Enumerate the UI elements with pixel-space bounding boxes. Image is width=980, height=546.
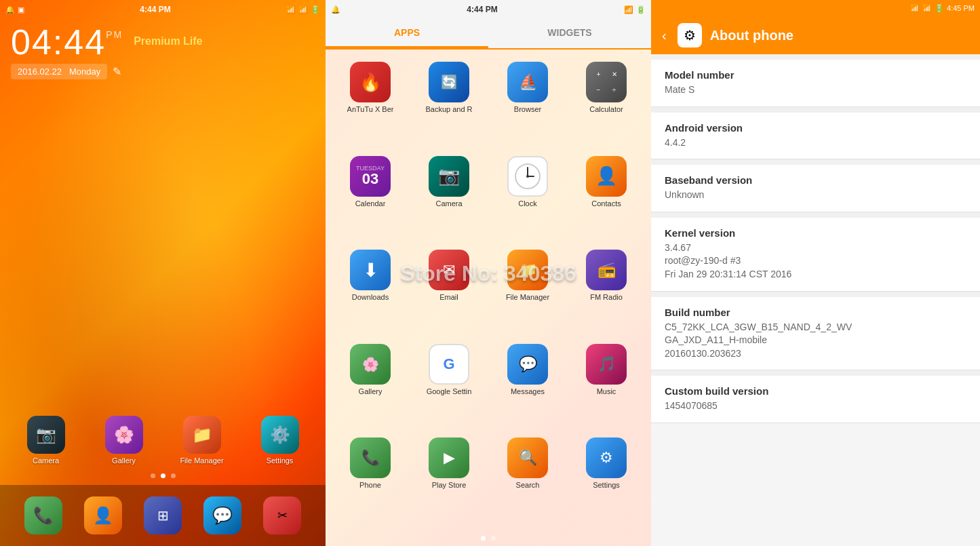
notification-icon-2: 🔔 [331, 5, 340, 14]
kernel-title: Kernel version [665, 227, 966, 239]
build-value: C5_72KK_LCA_3GW_B15_NAND_4_2_WV GA_JXD_A… [665, 321, 966, 361]
wifi-icon-1: 📶 [286, 5, 296, 14]
camera-icon: 📷 [27, 416, 65, 454]
email-label: Email [439, 293, 458, 301]
calculator-label: Calculator [589, 105, 623, 113]
drawer-app-google[interactable]: G Google Settin [412, 340, 486, 429]
drawer-dots [326, 530, 651, 546]
clock-widget: 04:44PM Premium Life 2016.02.22 Monday ✎ [0, 19, 326, 85]
drawer-app-messages[interactable]: 💬 Messages [491, 340, 564, 429]
home-app-camera[interactable]: 📷 Camera [11, 416, 81, 465]
divider-3 [651, 212, 980, 218]
notification-icon-1: 🔔 [5, 5, 15, 14]
home-app-gallery[interactable]: 🌸 Gallery [89, 416, 159, 465]
music-label: Music [597, 387, 616, 395]
messages-icon: 💬 [507, 344, 548, 385]
drawer-app-search[interactable]: 🔍 Search [491, 433, 564, 522]
filemanager-label: File Manager [180, 456, 223, 465]
camera-label: Camera [33, 456, 59, 465]
files-label: File Manager [506, 293, 549, 301]
contacts-label: Contacts [591, 199, 621, 208]
battery-icon-3: 🔋 [935, 4, 944, 13]
drawer-app-playstore[interactable]: ▶ Play Store [412, 433, 486, 522]
drawer-app-camera[interactable]: 📷 Camera [412, 152, 486, 241]
calendar-icon: TUESDAY 03 [350, 156, 391, 197]
playstore-icon: ▶ [429, 437, 469, 478]
model-title: Model number [665, 69, 966, 81]
custom-build-title: Custom build version [665, 385, 966, 397]
page-dots-1 [0, 473, 326, 478]
dock-contacts[interactable]: 👤 [84, 496, 122, 534]
email-icon: ✉ [429, 250, 469, 290]
drawer-dot-2 [491, 536, 496, 541]
wifi-icon-2: 📶 [624, 5, 633, 14]
android-title: Android version [665, 122, 966, 134]
gallery-drawer-icon: 🌸 [350, 344, 391, 385]
search-label: Search [516, 481, 540, 489]
home-app-grid: 📷 Camera 🌸 Gallery 📁 File Manager ⚙️ Set… [11, 416, 315, 465]
downloads-icon: ⬇ [350, 250, 391, 290]
phone-label: Phone [359, 481, 381, 489]
signal-icon-3: 📶 [922, 4, 932, 13]
svg-point-3 [526, 175, 529, 178]
wifi-icon-3: 📶 [910, 4, 920, 13]
drawer-app-fm[interactable]: 📻 FM Radio [570, 246, 643, 334]
about-phone-screen: 📶 📶 🔋 4:45 PM ‹ ⚙ About phone Model numb… [651, 0, 980, 546]
drawer-app-calculator[interactable]: +✕ −÷ Calculator [570, 58, 643, 147]
date-bar: 2016.02.22 Monday ✎ [11, 64, 315, 79]
antutu-icon: 🔥 [350, 62, 391, 102]
signal-icon-1: 📶 [298, 5, 308, 14]
divider-top [651, 54, 980, 60]
drawer-app-email[interactable]: ✉ Email [412, 246, 486, 334]
camera-drawer-icon: 📷 [429, 156, 469, 197]
app-drawer: 🔔 4:44 PM 📶 🔋 APPS WIDGETS Store No: 340… [326, 0, 651, 546]
tab-apps[interactable]: APPS [326, 19, 488, 48]
status-bar-3: 📶 📶 🔋 4:45 PM [651, 0, 980, 16]
drawer-app-browser[interactable]: ⛵ Browser [491, 58, 564, 147]
status-bar-1: 🔔 ▣ 4:44 PM 📶 📶 🔋 [0, 0, 326, 19]
dock-phone[interactable]: 📞 [24, 496, 62, 534]
fm-label: FM Radio [590, 293, 623, 301]
drawer-app-phone[interactable]: 📞 Phone [334, 433, 407, 522]
backup-icon: 🔄 [429, 62, 469, 102]
drawer-app-calendar[interactable]: TUESDAY 03 Calendar [334, 152, 407, 241]
drawer-app-antutu[interactable]: 🔥 AnTuTu X Ber [334, 58, 407, 147]
drawer-app-backup[interactable]: 🔄 Backup and R [412, 58, 486, 147]
status-time-2: 4:44 PM [467, 5, 497, 14]
about-header-title: About phone [710, 28, 793, 43]
tab-widgets[interactable]: WIDGETS [488, 19, 651, 48]
back-button[interactable]: ‹ [662, 28, 667, 43]
drawer-tabs: APPS WIDGETS [326, 19, 651, 50]
dock-browser[interactable]: ✂ [263, 496, 301, 534]
battery-icon-2: 🔋 [636, 5, 646, 14]
calculator-icon: +✕ −÷ [586, 62, 627, 102]
home-app-filemanager[interactable]: 📁 File Manager [167, 416, 237, 465]
dock-apps[interactable]: ⊞ [144, 496, 182, 534]
drawer-app-downloads[interactable]: ⬇ Downloads [334, 246, 407, 334]
drawer-app-contacts[interactable]: 👤 Contacts [570, 152, 643, 241]
model-value: Mate S [665, 83, 966, 97]
dot-2 [161, 473, 165, 478]
drawer-app-files[interactable]: 📁 File Manager [491, 246, 564, 334]
drawer-app-music[interactable]: 🎵 Music [570, 340, 643, 429]
filemanager-icon: 📁 [183, 416, 221, 454]
drawer-dot-1 [481, 536, 486, 541]
drawer-app-gallery[interactable]: 🌸 Gallery [334, 340, 407, 429]
drawer-app-clock[interactable]: Clock [491, 152, 564, 241]
home-app-settings[interactable]: ⚙️ Settings [245, 416, 315, 465]
drawer-app-settings[interactable]: ⚙ Settings [570, 433, 643, 522]
premium-life-label: Premium Life [134, 35, 202, 47]
gallery-label: Gallery [112, 456, 136, 465]
google-icon: G [429, 344, 469, 385]
phone-icon: 📞 [350, 437, 391, 478]
status-time-1: 4:44 PM [140, 5, 170, 14]
edit-icon[interactable]: ✎ [113, 65, 121, 78]
playstore-label: Play Store [432, 481, 467, 489]
music-icon: 🎵 [586, 344, 627, 385]
about-kernel: Kernel version 3.4.67 root@zy-190-d #3 F… [651, 218, 980, 292]
antutu-label: AnTuTu X Ber [347, 105, 394, 113]
about-content: Model number Mate S Android version 4.4.… [651, 54, 980, 546]
drawer-app-grid: 🔥 AnTuTu X Ber 🔄 Backup and R ⛵ Browser … [326, 50, 651, 530]
dock-messages[interactable]: 💬 [203, 496, 241, 534]
clock-time: 04:44PM [11, 24, 123, 60]
